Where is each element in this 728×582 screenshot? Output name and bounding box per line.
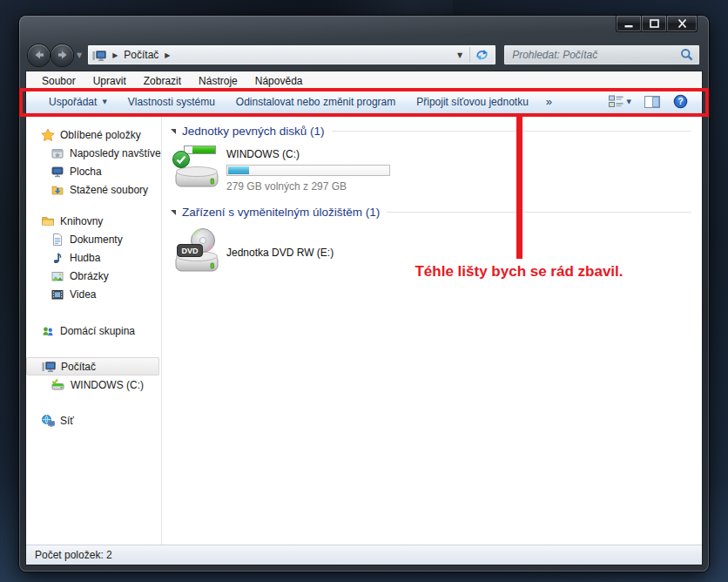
videos-icon: [51, 288, 64, 301]
sidebar-item-libraries[interactable]: Knihovny: [26, 212, 161, 230]
sidebar-label: Videa: [70, 288, 96, 301]
drive-usage-fill: [228, 166, 249, 174]
sidebar-label: Naposledy navštívené: [70, 147, 161, 159]
maximize-icon: [650, 19, 659, 28]
minimize-icon: [624, 20, 633, 28]
address-dropdown-button[interactable]: ▼: [457, 51, 462, 59]
network-icon: [41, 414, 55, 428]
desktop-icon: [51, 165, 64, 179]
security-shield-icon: [172, 150, 191, 169]
address-bar[interactable]: ▶ Počítač ▶ ▼: [87, 44, 496, 65]
search-icon[interactable]: [680, 48, 694, 62]
annotation-pointer-line: [516, 115, 522, 259]
sidebar-label: Síť: [60, 415, 74, 427]
libraries-icon: [41, 214, 55, 228]
navigation-pane: Oblíbené položky Naposledy navštívené: [26, 113, 162, 545]
sidebar-item-videos[interactable]: Videa: [26, 285, 161, 303]
dvd-drive-icon: DVD: [174, 229, 219, 276]
sidebar-item-network[interactable]: Síť: [26, 411, 161, 430]
sidebar-item-computer[interactable]: Počítač: [26, 357, 159, 376]
minimize-button[interactable]: [616, 16, 642, 32]
history-dropdown-button[interactable]: ▼: [77, 51, 82, 59]
sidebar-label: Dokumenty: [70, 233, 123, 246]
drive-usage-bar: [226, 165, 390, 176]
back-arrow-icon: [33, 50, 45, 60]
group-expander-icon[interactable]: [171, 129, 176, 134]
group-header-removable[interactable]: Zařízení s vyměnitelným úložištěm (1): [171, 203, 691, 220]
sidebar-item-favorites[interactable]: Oblíbené položky: [26, 125, 161, 144]
menu-nastroje[interactable]: Nástroje: [190, 71, 246, 90]
sidebar-item-recent-places[interactable]: Naposledy navštívené: [26, 144, 161, 162]
sidebar-label: Hudba: [70, 252, 100, 264]
group-rule: [387, 212, 691, 213]
sidebar-label: Oblíbené položky: [60, 129, 141, 141]
explorer-body: Oblíbené položky Naposledy navštívené: [26, 113, 702, 545]
sidebar-item-windows-c[interactable]: WINDOWS (C:): [26, 376, 161, 394]
group-rule: [332, 131, 691, 132]
breadcrumb-arrow-icon[interactable]: ▶: [112, 51, 118, 59]
sidebar-label: Plocha: [70, 166, 102, 178]
forward-button[interactable]: [51, 44, 73, 66]
group-title: Jednotky pevných disků (1): [182, 125, 325, 138]
hard-drive-icon: [174, 145, 219, 192]
client-area: Soubor Upravit Zobrazit Nástroje Nápověd…: [26, 71, 702, 565]
annotation-highlight-box: [19, 88, 709, 117]
status-bar: Počet položek: 2: [26, 545, 702, 565]
sidebar-label: Domácí skupina: [60, 325, 135, 337]
drive-name: WINDOWS (C:): [226, 148, 390, 160]
close-button[interactable]: [667, 16, 698, 32]
computer-icon: [92, 49, 106, 62]
pictures-icon: [51, 269, 64, 283]
star-icon: [41, 128, 55, 142]
maximize-button[interactable]: [642, 16, 667, 32]
svg-text:DVD: DVD: [181, 247, 199, 255]
menu-upravit[interactable]: Upravit: [84, 71, 135, 90]
sidebar-item-documents[interactable]: Dokumenty: [26, 230, 161, 248]
annotation-note-text: Téhle lišty bych se rád zbavil.: [415, 263, 623, 281]
document-icon: [51, 233, 64, 247]
window-controls: [616, 16, 698, 32]
close-icon: [677, 19, 687, 28]
homegroup-icon: [41, 324, 55, 338]
computer-icon: [42, 360, 56, 373]
drive-free-space: 279 GB volných z 297 GB: [226, 180, 390, 193]
sidebar-item-desktop[interactable]: Plocha: [26, 162, 161, 180]
breadcrumb-computer[interactable]: Počítač: [124, 49, 158, 61]
search-input[interactable]: [512, 49, 680, 61]
breadcrumb-expand-arrow-icon[interactable]: ▶: [165, 51, 170, 59]
sidebar-label: Obrázky: [70, 270, 109, 282]
drive-icon: [51, 378, 65, 391]
desktop-background: ▼ ▶ Počítač ▶ ▼: [0, 0, 728, 582]
music-note-icon: [51, 251, 64, 265]
refresh-icon: [475, 49, 489, 61]
sidebar-item-pictures[interactable]: Obrázky: [26, 267, 161, 285]
group-expander-icon[interactable]: [171, 210, 176, 215]
sidebar-item-music[interactable]: Hudba: [26, 248, 161, 267]
items-view: Jednotky pevných disků (1): [162, 113, 702, 545]
menu-napoveda[interactable]: Nápověda: [246, 71, 312, 90]
recent-places-icon: [51, 146, 64, 160]
menu-zobrazit[interactable]: Zobrazit: [135, 71, 190, 90]
dvd-drive-name: Jednotka DVD RW (E:): [226, 247, 334, 259]
dvd-badge: DVD: [177, 244, 203, 257]
sidebar-item-homegroup[interactable]: Domácí skupina: [26, 321, 161, 340]
drive-tile-windows-c[interactable]: WINDOWS (C:) 279 GB volných z 297 GB: [174, 145, 691, 193]
back-button[interactable]: [28, 44, 50, 66]
forward-arrow-icon: [57, 50, 69, 60]
sidebar-label: WINDOWS (C:): [71, 379, 144, 391]
downloads-icon: [51, 183, 64, 197]
sidebar-label: Stažené soubory: [70, 184, 148, 196]
sidebar-item-downloads[interactable]: Stažené soubory: [26, 180, 161, 199]
menu-soubor[interactable]: Soubor: [33, 71, 84, 90]
item-count: Počet položek: 2: [35, 549, 112, 561]
group-header-hard-drives[interactable]: Jednotky pevných disků (1): [171, 122, 691, 139]
sidebar-label: Počítač: [61, 361, 96, 373]
navigation-bar: ▼ ▶ Počítač ▶ ▼: [19, 39, 709, 71]
sidebar-label: Knihovny: [60, 215, 103, 227]
search-box[interactable]: [503, 44, 700, 65]
group-title: Zařízení s vyměnitelným úložištěm (1): [182, 206, 380, 219]
explorer-window: ▼ ▶ Počítač ▶ ▼: [19, 16, 709, 572]
refresh-button[interactable]: [470, 45, 493, 64]
